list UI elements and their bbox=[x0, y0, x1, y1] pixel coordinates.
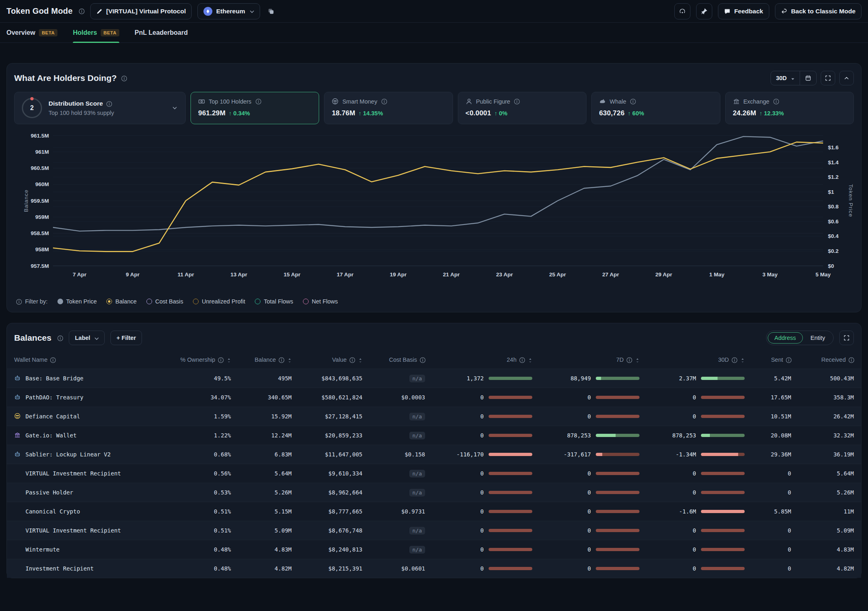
table-row-pathdao-treasury[interactable]: PathDAO: Treasury34.07%340.65M$580,621,8… bbox=[7, 388, 861, 407]
flow-value: 0 bbox=[481, 565, 484, 572]
wallet-name-cell[interactable]: VIRTUAL Investment Recipient bbox=[14, 470, 170, 477]
info-icon[interactable] bbox=[381, 98, 387, 104]
calendar-button[interactable] bbox=[800, 71, 816, 85]
tab-overview[interactable]: OverviewBETA bbox=[6, 23, 57, 42]
table-row-base-base-bridge[interactable]: Base: Base Bridge49.5%495M$843,698,635n/… bbox=[7, 369, 861, 388]
add-filter-button[interactable]: + Filter bbox=[110, 331, 142, 345]
balance-cell: 5.64M bbox=[231, 470, 292, 477]
info-icon[interactable] bbox=[278, 357, 284, 363]
stat-card-whale[interactable]: Whale630,726↑ 60% bbox=[591, 92, 720, 124]
wallet-name-cell[interactable]: Passive Holder bbox=[14, 489, 170, 496]
info-icon[interactable] bbox=[50, 357, 55, 363]
info-icon[interactable] bbox=[626, 357, 632, 363]
fullscreen-button[interactable] bbox=[821, 71, 835, 85]
info-icon[interactable] bbox=[785, 357, 791, 363]
table-row-sablier-lockup-linear-v2[interactable]: Sablier: Lockup Linear V20.68%6.83M$11,6… bbox=[7, 445, 861, 464]
stat-card-top-100-holders[interactable]: Top 100 Holders961.29M↑ 0.34% bbox=[191, 92, 319, 124]
chain-selector-dropdown[interactable]: Ethereum bbox=[197, 3, 260, 19]
table-row-defiance-capital[interactable]: Defiance Capital1.59%15.92M$27,128,415n/… bbox=[7, 407, 861, 426]
column-header-balance[interactable]: Balance bbox=[231, 356, 292, 363]
column-header-value[interactable]: Value bbox=[292, 356, 362, 363]
info-icon[interactable] bbox=[349, 357, 355, 363]
info-icon[interactable] bbox=[419, 357, 425, 363]
table-row-virtual-investment-recipient[interactable]: VIRTUAL Investment Recipient0.51%5.09M$8… bbox=[7, 521, 861, 540]
column-header-24h[interactable]: 24h bbox=[425, 356, 532, 363]
fullscreen-button[interactable] bbox=[839, 331, 854, 345]
table-row-passive-holder[interactable]: Passive Holder0.53%5.26M$8,962,664n/a000… bbox=[7, 483, 861, 502]
wallet-name-cell[interactable]: Canonical Crypto bbox=[14, 508, 170, 515]
wallet-name: Sablier: Lockup Linear V2 bbox=[25, 451, 111, 458]
filter-option-total-flows[interactable]: Total Flows bbox=[255, 298, 293, 305]
filter-option-unrealized-profit[interactable]: Unrealized Profit bbox=[193, 298, 245, 305]
tab-holders[interactable]: HoldersBETA bbox=[73, 23, 119, 42]
column-header-sent[interactable]: Sent bbox=[745, 356, 791, 363]
info-icon[interactable] bbox=[218, 357, 223, 363]
collapse-button[interactable] bbox=[839, 71, 854, 85]
toggle-address[interactable]: Address bbox=[768, 332, 803, 344]
sort-icon[interactable] bbox=[739, 357, 745, 363]
flow-value: 0 bbox=[693, 489, 696, 496]
sort-icon[interactable] bbox=[527, 357, 532, 363]
column-header-ownership[interactable]: % Ownership bbox=[170, 356, 231, 363]
info-icon[interactable] bbox=[255, 98, 261, 104]
wallet-name-cell[interactable]: Wintermute bbox=[14, 546, 170, 553]
sort-icon[interactable] bbox=[226, 357, 231, 363]
info-icon[interactable] bbox=[848, 357, 854, 363]
sort-icon[interactable] bbox=[357, 357, 362, 363]
received-cell: 36.19M bbox=[791, 451, 854, 458]
filter-option-net-flows[interactable]: Net Flows bbox=[303, 298, 338, 305]
info-icon[interactable] bbox=[106, 101, 112, 107]
table-row-wintermute[interactable]: Wintermute0.48%4.83M$8,240,813n/a00004.8… bbox=[7, 540, 861, 559]
tab-pnl-leaderboard[interactable]: PnL Leaderboard bbox=[135, 23, 188, 42]
info-icon[interactable] bbox=[78, 8, 85, 14]
wallet-name-cell[interactable]: VIRTUAL Investment Recipient bbox=[14, 527, 170, 534]
received-cell: 358.3M bbox=[791, 394, 854, 401]
wallet-name-cell[interactable]: Investment Recipient bbox=[14, 565, 170, 572]
flow-bar bbox=[489, 453, 532, 456]
info-icon[interactable] bbox=[57, 335, 63, 341]
column-label: 24h bbox=[507, 356, 517, 363]
value-cell: $8,215,391 bbox=[292, 565, 362, 572]
wallet-name-cell[interactable]: PathDAO: Treasury bbox=[14, 394, 170, 401]
info-icon[interactable] bbox=[731, 357, 737, 363]
wallet-name-cell[interactable]: Defiance Capital bbox=[14, 413, 170, 420]
copy-address-button[interactable] bbox=[266, 6, 276, 17]
label-dropdown[interactable]: Label bbox=[69, 331, 105, 345]
filter-option-cost-basis[interactable]: Cost Basis bbox=[146, 298, 183, 305]
stat-card-public-figure[interactable]: Public Figure<0.0001↑ 0% bbox=[458, 92, 586, 124]
column-header-30d[interactable]: 30D bbox=[639, 356, 745, 363]
token-selector-button[interactable]: [VIRTUAL] Virtual Protocol bbox=[90, 3, 192, 19]
wallet-name-cell[interactable]: Gate.io: Wallet bbox=[14, 432, 170, 439]
info-icon[interactable] bbox=[16, 299, 22, 305]
sort-icon[interactable] bbox=[286, 357, 292, 363]
stat-card-smart-money[interactable]: Smart Money18.76M↑ 14.35% bbox=[324, 92, 453, 124]
pin-button[interactable] bbox=[696, 3, 712, 19]
wallet-name-cell[interactable]: Sablier: Lockup Linear V2 bbox=[14, 451, 170, 458]
received-cell: 26.42M bbox=[791, 413, 854, 420]
column-header-received[interactable]: Received bbox=[791, 356, 854, 363]
filter-option-balance[interactable]: Balance bbox=[106, 298, 136, 305]
feedback-button[interactable]: Feedback bbox=[718, 3, 769, 19]
filter-option-token-price[interactable]: Token Price bbox=[57, 298, 97, 305]
info-icon[interactable] bbox=[121, 75, 127, 81]
alerts-button[interactable] bbox=[674, 3, 690, 19]
stat-card-exchange[interactable]: Exchange24.26M↑ 12.33% bbox=[725, 92, 854, 124]
column-header-cost-basis[interactable]: Cost Basis bbox=[362, 356, 425, 363]
wallet-name-cell[interactable]: Base: Base Bridge bbox=[14, 375, 170, 382]
sort-icon[interactable] bbox=[634, 357, 639, 363]
table-row-gate-io-wallet[interactable]: Gate.io: Wallet1.22%12.24M$20,859,233n/a… bbox=[7, 426, 861, 445]
table-row-canonical-crypto[interactable]: Canonical Crypto0.51%5.15M$8,777,665$0.9… bbox=[7, 502, 861, 521]
info-icon[interactable] bbox=[773, 98, 779, 104]
table-row-investment-recipient[interactable]: Investment Recipient0.48%4.82M$8,215,391… bbox=[7, 559, 861, 578]
info-icon[interactable] bbox=[514, 98, 520, 104]
period-selector[interactable]: 30D bbox=[771, 71, 817, 85]
distribution-score-card[interactable]: 2 Distribution Score Top 100 hold 93% su… bbox=[14, 92, 186, 124]
info-icon[interactable] bbox=[630, 98, 636, 104]
radio-icon bbox=[303, 299, 309, 304]
toggle-entity[interactable]: Entity bbox=[804, 332, 832, 344]
table-row-virtual-investment-recipient[interactable]: VIRTUAL Investment Recipient0.56%5.64M$9… bbox=[7, 464, 861, 483]
back-to-classic-button[interactable]: Back to Classic Mode bbox=[775, 3, 862, 19]
column-header-wallet-name[interactable]: Wallet Name bbox=[14, 356, 170, 363]
column-header-7d[interactable]: 7D bbox=[532, 356, 639, 363]
info-icon[interactable] bbox=[519, 357, 525, 363]
